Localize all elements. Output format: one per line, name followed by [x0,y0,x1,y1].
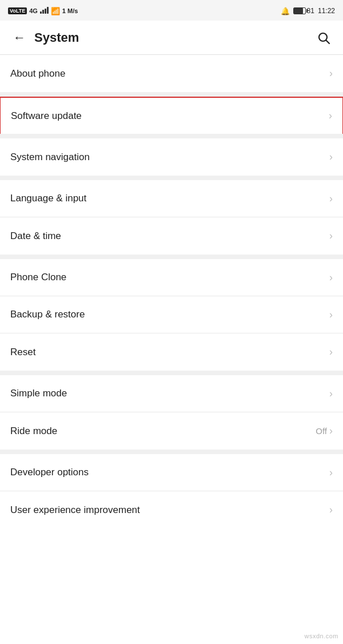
search-icon [317,31,330,45]
watermark: wsxdn.com [304,633,338,639]
battery-level: 81 [307,7,314,15]
section-divider [0,92,343,97]
status-right: 🔔 81 11:22 [281,7,335,15]
chevron-right-icon: › [329,346,333,358]
back-arrow-icon: ← [13,31,26,44]
menu-item-label: Simple mode [10,388,67,399]
chevron-right-icon: › [329,151,333,163]
chevron-right-icon: › [329,193,333,205]
menu-section-1: Software update› [0,97,343,134]
menu-item-right: › [329,193,333,205]
menu-item-label: Ride mode [10,426,57,437]
menu-item-right: › [329,230,333,242]
chevron-right-icon: › [329,230,333,242]
menu-item-label: Phone Clone [10,272,66,283]
chevron-right-icon: › [329,504,333,516]
menu-item[interactable]: Reset› [0,333,343,371]
menu-item[interactable]: Simple mode› [0,375,343,412]
volte-badge: VoLTE [8,7,27,14]
chevron-right-icon: › [329,467,333,479]
menu-section-3: Language & input›Date & time› [0,180,343,255]
menu-item-label: Reset [10,347,35,358]
menu-item[interactable]: About phone› [0,55,343,92]
menu-item[interactable]: Backup & restore› [0,296,343,333]
back-button[interactable]: ← [9,27,30,48]
signal-icon [40,7,49,15]
network-speed: 1 M/s [62,7,78,14]
chevron-right-icon: › [329,388,333,400]
time-display: 11:22 [318,7,335,15]
menu-item-right: Off› [316,425,333,437]
chevron-right-icon: › [329,309,333,321]
section-divider [0,450,343,454]
network-type: 4G [29,7,38,14]
menu-item-label: Backup & restore [10,309,85,320]
menu-item[interactable]: Software update› [0,97,343,134]
menu-section-0: About phone› [0,55,343,92]
menu-item[interactable]: User experience improvement› [0,491,343,528]
vibrate-icon: 🔔 [281,7,290,15]
chevron-right-icon: › [329,272,333,284]
menu-item[interactable]: Ride modeOff› [0,412,343,450]
section-divider [0,371,343,375]
menu-content: About phone›Software update›System navig… [0,55,343,528]
menu-item-right: › [329,309,333,321]
menu-item-label: Language & input [10,193,86,204]
menu-item-label: System navigation [10,152,90,163]
chevron-right-icon: › [329,67,333,79]
menu-item-right: › [329,467,333,479]
menu-item-value: Off [316,426,327,436]
menu-item-label: Software update [11,110,82,122]
battery-fill [294,8,303,14]
menu-item[interactable]: System navigation› [0,138,343,176]
menu-section-6: Developer options›User experience improv… [0,454,343,528]
menu-item-label: User experience improvement [10,504,140,516]
section-divider [0,176,343,180]
menu-item-right: › [329,67,333,79]
menu-item-label: Date & time [10,230,61,242]
menu-section-2: System navigation› [0,138,343,176]
section-divider [0,255,343,259]
page-title: System [34,30,313,45]
menu-item[interactable]: Language & input› [0,180,343,217]
menu-section-5: Simple mode›Ride modeOff› [0,375,343,450]
chevron-right-icon: › [329,110,332,122]
search-button[interactable] [313,27,334,48]
status-left: VoLTE 4G 📶 1 M/s [8,7,78,15]
svg-line-1 [326,40,330,43]
menu-item[interactable]: Developer options› [0,454,343,491]
menu-item-right: › [329,388,333,400]
battery-container: 81 [293,7,314,15]
menu-item[interactable]: Phone Clone› [0,259,343,296]
chevron-right-icon: › [329,425,333,437]
wifi-icon: 📶 [51,7,60,15]
menu-item-right: › [329,346,333,358]
menu-item-right: › [329,151,333,163]
menu-item-right: › [329,110,332,122]
menu-section-4: Phone Clone›Backup & restore›Reset› [0,259,343,371]
menu-item[interactable]: Date & time› [0,217,343,255]
menu-item-label: Developer options [10,467,89,478]
battery-icon [293,7,306,14]
menu-item-right: › [329,504,333,516]
status-bar: VoLTE 4G 📶 1 M/s 🔔 81 11:22 [0,0,343,21]
section-divider [0,134,343,138]
top-nav: ← System [0,21,343,55]
menu-item-label: About phone [10,68,65,79]
menu-item-right: › [329,272,333,284]
